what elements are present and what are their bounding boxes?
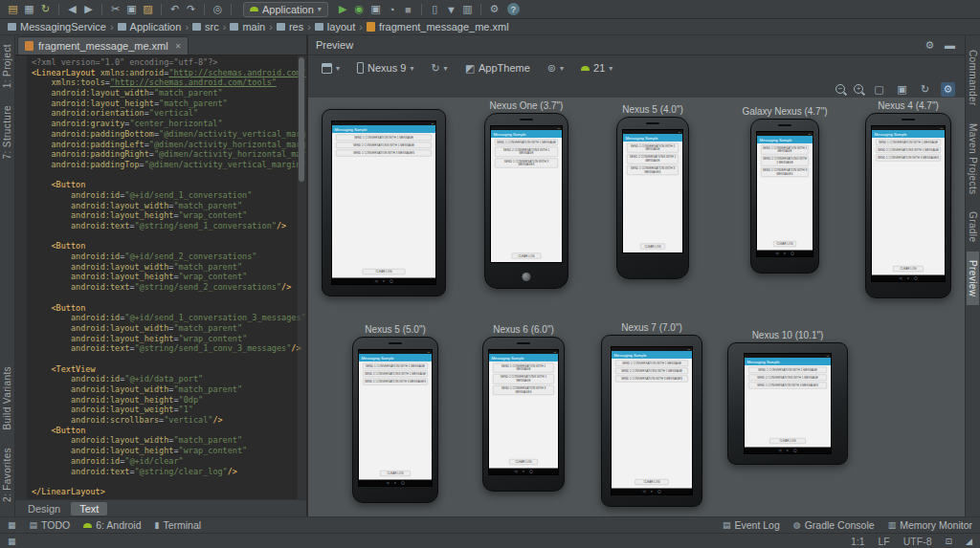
undo-icon[interactable]: ↶ [167,2,182,16]
device-screen: ▪▪ Messaging Sample SEND 1 CONVERSATION … [488,349,559,475]
device-preview-galaxy-nexus[interactable]: Galaxy Nexus (4.7") ▪▪ Messaging Sample … [750,119,819,274]
preview-canvas[interactable]: ▪▪ Messaging Sample SEND 1 CONVERSATION … [308,98,965,516]
refresh-preview-icon[interactable]: ↻ [918,82,932,97]
tool-button-maven-projects[interactable]: Maven Projects [967,115,979,204]
tool-button-7-structure[interactable]: 7: Structure [1,97,13,168]
zoom-in-icon[interactable]: + [854,84,863,94]
orientation-selector[interactable]: ↻ ▾ [427,60,451,77]
app-button: SEND 1 CONVERSATION WITH 3 MESSAGES [363,379,428,385]
theme-selector[interactable]: ◩ AppTheme [461,60,534,77]
breadcrumb-item-fragment-message-me-xml[interactable]: fragment_message_me.xml [367,21,509,33]
run-config-selector[interactable]: Application ▾ [243,2,328,17]
status-todo[interactable]: ▤TODO [30,519,71,531]
device-preview-nexus-10[interactable]: Nexus 10 (10.1") ▪▪ Messaging Sample SEN… [727,342,848,465]
toolwindow-switcher[interactable]: ▦ [8,520,16,530]
editor-mode-tab-design[interactable]: Design [19,502,69,515]
readonly-lock[interactable]: ⊡ [946,537,953,546]
device-preview-nexus-one[interactable]: Nexus One (3.7") ▪▪ Messaging Sample SEN… [484,113,568,289]
status-terminal[interactable]: ▮Terminal [154,519,201,531]
caret-position[interactable]: 1:1 [851,536,865,547]
app-button: SEND 1 CONVERSATION WITH 3 MESSAGES [336,150,432,157]
line-separator[interactable]: LF [879,536,890,547]
tool-button-build-variants[interactable]: Build Variants [1,358,13,439]
profile-icon[interactable]: ◔ [385,2,399,16]
coverage-icon[interactable]: ▣ [368,2,383,16]
breadcrumb-item-src[interactable]: src [192,21,219,33]
device-preview-nexus-5-5[interactable]: Nexus 5 (5.0") ▪▪ Messaging Sample SEND … [352,337,438,503]
sync-icon[interactable]: ↻ [38,2,53,16]
device-preview-nexus-6[interactable]: Nexus 6 (6.0") ▪▪ Messaging Sample SEND … [482,337,565,492]
app-button: SEND 2 CONVERSATIONS WITH 1 MESSAGE [615,368,688,375]
preview-zoom-toolbar: −+▢▣↻⚙ [308,80,965,98]
code-line: android:layout_width="match_parent" [32,435,306,446]
status-6-android[interactable]: 6: Android [83,519,141,531]
tool-button-1-project[interactable]: 1: Project [1,35,13,97]
api-level-selector[interactable]: 21 ▾ [577,60,616,76]
zoom-out-icon[interactable]: − [835,84,845,94]
scrollbar-thumb[interactable] [299,57,304,182]
editor-tab-label: fragment_message_me.xml [38,40,168,52]
code-line [32,354,306,364]
tool-button-2-favorites[interactable]: 2: Favorites [1,439,13,511]
actual-size-icon[interactable]: ▢ [872,82,886,97]
device-preview-nexus-5-4[interactable]: Nexus 5 (4.0") ▪▪ Messaging Sample SEND … [616,117,689,279]
resize-grip[interactable]: ◢ [966,537,972,546]
avd-manager-icon[interactable]: ▯ [428,2,442,16]
save-all-icon[interactable]: ▦ [22,2,36,16]
app-body: SEND 1 CONVERSATION WITH 1 MESSAGESEND 2… [332,133,435,278]
app-clear-log-button: CLEAR LOG [511,253,541,259]
cut-icon[interactable]: ✂ [108,2,122,16]
help-icon[interactable]: ? [507,3,520,15]
redo-icon[interactable]: ↷ [184,2,198,16]
toolbar-separator [421,4,422,15]
globe-icon: ⊚ [547,62,556,75]
code-editor[interactable]: <?xml version="1.0" encoding="utf-8"?><L… [15,55,306,499]
paste-icon[interactable]: ▨ [141,2,155,16]
configuration-selector[interactable]: ▾ [318,61,344,76]
find-icon[interactable]: ◎ [211,2,225,16]
monitor-icon[interactable]: ▥ [460,2,475,16]
stop-icon[interactable]: ■ [401,2,415,16]
preview-settings-icon[interactable]: ⚙ [941,82,955,97]
preview-gear-icon[interactable]: ⚙ [923,38,937,53]
breadcrumb-item-main[interactable]: main [230,21,265,33]
android-icon [250,7,258,11]
forward-arrow-icon[interactable]: ▶ [81,2,96,16]
copy-icon[interactable]: ▣ [124,2,139,16]
close-icon[interactable]: ✕ [175,42,182,51]
debug-icon[interactable]: ◉ [352,2,367,16]
status-event-log[interactable]: ▤Event Log [723,519,780,531]
tool-button-preview[interactable]: Preview [967,252,979,305]
hide-panel-icon[interactable]: ▬ [943,38,957,53]
breadcrumb-label: Application [130,21,182,33]
status-memory-monitor[interactable]: ▥Memory Monitor [888,519,972,531]
settings-icon[interactable]: ⚙ [487,2,501,16]
file-encoding[interactable]: UTF-8 [903,536,932,547]
code-line [32,476,306,487]
sdk-manager-icon[interactable]: ▼ [444,2,458,16]
status-gradle-console[interactable]: ◍Gradle Console [793,519,875,531]
breadcrumb-item-messagingservice[interactable]: MessagingService [8,21,106,33]
device-frame: ▪▪ Messaging Sample SEND 1 CONVERSATION … [750,119,819,274]
open-file-icon[interactable]: ▤ [6,2,20,16]
device-label: Nexus One (3.7") [490,100,564,111]
back-arrow-icon[interactable]: ◀ [65,2,79,16]
tool-button-commander[interactable]: Commander [967,41,979,115]
toolbar-separator [231,4,232,15]
editor-tab[interactable]: fragment_message_me.xml ✕ [17,36,189,55]
editor-scrollbar[interactable] [298,55,306,499]
run-icon[interactable]: ▶ [336,2,350,16]
device-selector[interactable]: Nexus 9 ▾ [353,60,417,76]
device-preview-nexus-9[interactable]: ▪▪ Messaging Sample SEND 1 CONVERSATION … [322,109,446,296]
device-preview-nexus-7[interactable]: Nexus 7 (7.0") ▪▪ Messaging Sample SEND … [601,335,702,507]
breadcrumb-item-layout[interactable]: layout [315,21,355,33]
breadcrumb-item-application[interactable]: Application [118,21,182,33]
editor-mode-tab-text[interactable]: Text [71,502,107,515]
breadcrumb-item-res[interactable]: res [277,21,303,33]
zoom-to-fit-icon[interactable]: ▣ [895,82,909,97]
tool-button-gradle[interactable]: Gradle [967,203,979,251]
code-line: <Button [32,303,306,314]
toolwindow-icon[interactable]: ▦ [8,537,16,546]
device-preview-nexus-4[interactable]: Nexus 4 (4.7") ▪▪ Messaging Sample SEND … [865,113,951,298]
locale-selector[interactable]: ⊚ ▾ [544,60,568,77]
